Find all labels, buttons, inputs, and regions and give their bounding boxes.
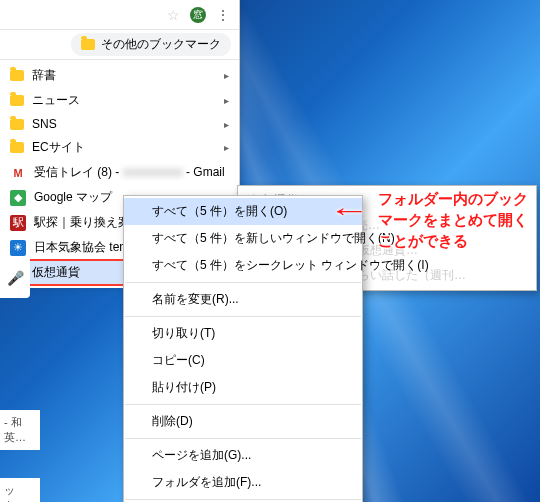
folder-icon	[10, 119, 24, 130]
bookmark-folder[interactable]: 辞書▸	[0, 63, 239, 88]
annotation-arrow-icon: ←	[328, 195, 370, 227]
chevron-right-icon: ▸	[224, 95, 229, 106]
folder-icon	[10, 70, 24, 81]
ctx-open-all[interactable]: すべて（5 件）を開く(O)	[124, 198, 362, 225]
chevron-right-icon: ▸	[224, 119, 229, 130]
folder-icon	[10, 95, 24, 106]
tenki-icon: ☀	[10, 240, 26, 256]
ctx-open-all-incognito[interactable]: すべて（5 件）をシークレット ウィンドウで開く(I)	[124, 252, 362, 279]
separator	[125, 404, 361, 405]
chrome-toolbar: ☆ 窓 ⋮	[0, 0, 239, 30]
separator	[125, 282, 361, 283]
folder-icon	[10, 142, 24, 153]
annotation-text: フォルダー内のブックマークをまとめて開くことができる	[378, 188, 528, 251]
separator	[125, 499, 361, 500]
ctx-copy[interactable]: コピー(C)	[124, 347, 362, 374]
page-fragment: - 和英…	[0, 410, 40, 450]
chevron-right-icon: ▸	[224, 142, 229, 153]
separator	[125, 438, 361, 439]
bookmark-folder[interactable]: ECサイト▸	[0, 135, 239, 160]
ctx-add-page[interactable]: ページを追加(G)...	[124, 442, 362, 469]
context-menu: すべて（5 件）を開く(O) すべて（5 件）を新しいウィンドウで開く(N) す…	[123, 195, 363, 502]
microphone-icon[interactable]: 🎤	[7, 270, 24, 286]
other-bookmarks-label: その他のブックマーク	[101, 36, 221, 53]
bookmark-star-icon[interactable]: ☆	[167, 7, 180, 23]
chrome-menu-icon[interactable]: ⋮	[216, 7, 229, 23]
gmail-icon: M	[10, 165, 26, 181]
folder-icon	[81, 39, 95, 50]
bookmarks-bar: その他のブックマーク	[0, 30, 239, 60]
ekitan-icon: 駅	[10, 215, 26, 231]
bookmark-folder[interactable]: ニュース▸	[0, 88, 239, 113]
separator	[125, 316, 361, 317]
other-bookmarks-button[interactable]: その他のブックマーク	[71, 33, 231, 56]
ctx-cut[interactable]: 切り取り(T)	[124, 320, 362, 347]
ctx-add-folder[interactable]: フォルダを追加(F)...	[124, 469, 362, 496]
ctx-paste[interactable]: 貼り付け(P)	[124, 374, 362, 401]
voice-search-fragment: 🎤	[0, 258, 30, 298]
maps-icon: ◆	[10, 190, 26, 206]
ctx-open-all-new-window[interactable]: すべて（5 件）を新しいウィンドウで開く(N)	[124, 225, 362, 252]
ctx-rename[interactable]: 名前を変更(R)...	[124, 286, 362, 313]
chevron-right-icon: ▸	[224, 70, 229, 81]
bookmark-folder[interactable]: SNS▸	[0, 113, 239, 135]
extension-icon[interactable]: 窓	[190, 7, 206, 23]
page-fragment: ット…	[0, 478, 40, 502]
bookmark-item-gmail[interactable]: M受信トレイ (8) - xxxxxxxxxx - Gmail	[0, 160, 239, 185]
ctx-delete[interactable]: 削除(D)	[124, 408, 362, 435]
